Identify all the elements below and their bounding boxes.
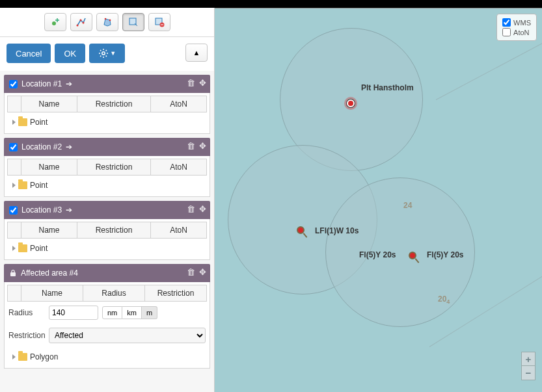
cancel-button[interactable]: Cancel [7, 44, 51, 63]
col-name: Name [21, 96, 77, 112]
folder-icon [18, 118, 27, 126]
section-location-1: Location #1 ➔ 🗑 ✥ Name Restriction AtoN [4, 75, 210, 134]
tree-node[interactable]: Polygon [7, 347, 207, 363]
section-header[interactable]: Affected area #4 🗑 ✥ [4, 264, 210, 282]
gear-icon [98, 48, 109, 59]
svg-rect-10 [10, 272, 16, 276]
layer-wms-checkbox[interactable] [502, 18, 511, 27]
zoom-out-button[interactable]: − [521, 366, 535, 380]
arrow-right-icon: ➔ [66, 79, 72, 88]
section-header[interactable]: Location #1 ➔ 🗑 ✥ [4, 75, 210, 93]
move-icon[interactable]: ✥ [199, 204, 206, 214]
col-aton: AtoN [151, 96, 207, 112]
marker-point[interactable] [347, 99, 355, 107]
tool-edit-line[interactable] [70, 13, 92, 31]
expand-icon[interactable] [12, 246, 16, 251]
depth-sounding: 24 [403, 201, 412, 210]
restriction-select[interactable]: Affected [49, 328, 206, 343]
move-icon[interactable]: ✥ [199, 267, 206, 277]
column-headers: Name Restriction AtoN [7, 222, 207, 239]
layer-aton-checkbox[interactable] [502, 28, 511, 36]
map-label-fl1: Fl(5)Y 20s [359, 250, 396, 259]
expand-icon[interactable] [12, 120, 16, 125]
move-icon[interactable]: ✥ [199, 78, 206, 88]
folder-icon [18, 353, 27, 361]
tool-delete-area[interactable] [148, 13, 170, 31]
settings-button[interactable]: ▼ [89, 44, 125, 63]
section-checkbox[interactable] [9, 80, 18, 88]
zoom-in-button[interactable]: + [521, 352, 535, 366]
section-checkbox[interactable] [9, 143, 18, 151]
unit-group: nm km m [102, 306, 157, 319]
collapse-panel-button[interactable]: ▲ [185, 44, 208, 62]
tool-toolbar [0, 8, 214, 37]
map-label-hanstholm: Plt Hanstholm [361, 83, 414, 92]
radius-label: Radius [8, 308, 45, 317]
svg-point-5 [109, 20, 111, 21]
arrow-right-icon: ➔ [66, 205, 72, 215]
node-type: Polygon [30, 352, 58, 361]
unit-m[interactable]: m [142, 306, 157, 319]
section-header[interactable]: Location #2 ➔ 🗑 ✥ [4, 138, 210, 156]
svg-point-9 [102, 52, 105, 55]
tool-affected-area[interactable] [122, 13, 144, 31]
tool-polygon[interactable] [96, 13, 118, 31]
node-type: Point [30, 118, 47, 127]
trash-icon[interactable]: 🗑 [187, 204, 195, 214]
radius-input[interactable] [49, 306, 98, 320]
arrow-right-icon: ➔ [66, 142, 72, 151]
move-icon[interactable]: ✥ [199, 141, 206, 151]
svg-point-2 [79, 20, 81, 21]
node-type: Point [30, 244, 47, 253]
unit-km[interactable]: km [122, 306, 142, 319]
marker-light[interactable] [297, 226, 306, 235]
section-location-2: Location #2 ➔ 🗑 ✥ Name Restriction AtoN [4, 138, 210, 197]
node-type: Point [30, 181, 47, 190]
depth-sounding: 204 [438, 294, 450, 305]
caret-down-icon: ▼ [110, 50, 116, 57]
section-title: Location #2 [21, 142, 62, 151]
layer-aton-label: AtoN [513, 29, 529, 36]
expand-icon[interactable] [12, 354, 16, 359]
svg-point-0 [52, 21, 56, 25]
action-row: Cancel OK ▼ ▲ [0, 37, 214, 71]
column-headers: Name Restriction AtoN [7, 159, 207, 176]
zoom-control: + − [521, 352, 535, 380]
layer-wms-label: WMS [513, 19, 531, 27]
lock-icon [9, 269, 17, 277]
section-title: Affected area #4 [21, 268, 78, 278]
section-title: Location #3 [21, 205, 62, 215]
folder-icon [18, 244, 27, 252]
editor-panel: Cancel OK ▼ ▲ Location #1 ➔ 🗑 ✥ [0, 8, 215, 392]
map-view[interactable]: Plt Hanstholm LFl(1)W 10s Fl(5)Y 20s Fl(… [215, 8, 542, 392]
ok-button[interactable]: OK [55, 44, 85, 63]
tree-node[interactable]: Point [7, 239, 207, 254]
map-label-fl2: Fl(5)Y 20s [427, 250, 463, 259]
column-headers: Name Restriction AtoN [7, 96, 207, 112]
section-affected-area: Affected area #4 🗑 ✥ Name Radius Restric… [4, 264, 210, 369]
folder-icon [18, 181, 27, 189]
column-headers: Name Radius Restriction [7, 285, 207, 302]
col-restriction: Restriction [77, 96, 151, 112]
tree-node[interactable]: Point [7, 176, 207, 191]
trash-icon[interactable]: 🗑 [187, 141, 195, 151]
chevron-up-icon: ▲ [193, 49, 200, 57]
trash-icon[interactable]: 🗑 [187, 267, 195, 277]
svg-point-1 [76, 25, 78, 27]
trash-icon[interactable]: 🗑 [187, 78, 195, 88]
section-checkbox[interactable] [9, 206, 18, 215]
marker-light[interactable] [409, 252, 418, 261]
section-title: Location #1 [21, 79, 62, 88]
tree-node[interactable]: Point [7, 112, 207, 128]
svg-point-4 [104, 18, 106, 20]
section-location-3: Location #3 ➔ 🗑 ✥ Name Restriction AtoN [4, 201, 210, 260]
tool-add-point[interactable] [44, 13, 66, 31]
unit-nm[interactable]: nm [102, 306, 122, 319]
svg-point-3 [82, 22, 84, 24]
layer-chooser: WMS AtoN [496, 14, 537, 41]
expand-icon[interactable] [12, 183, 16, 188]
restriction-label: Restriction [8, 331, 45, 340]
section-header[interactable]: Location #3 ➔ 🗑 ✥ [4, 201, 210, 219]
map-label-lfl: LFl(1)W 10s [315, 226, 359, 235]
